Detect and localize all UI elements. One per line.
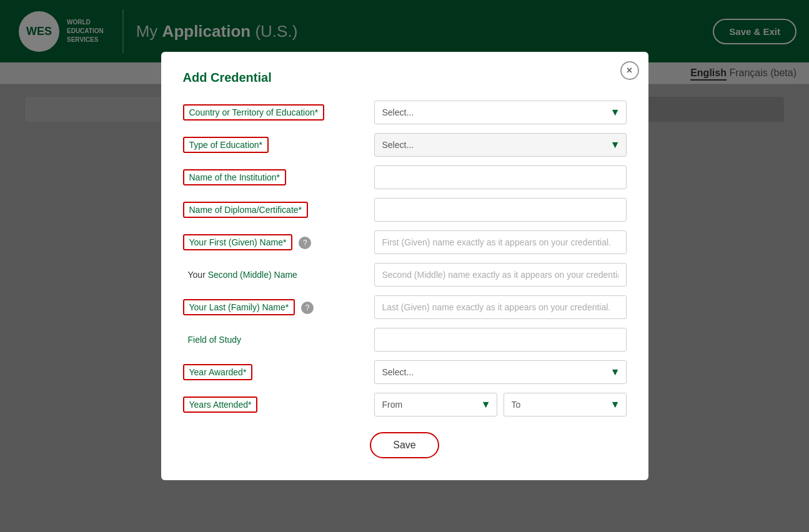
first-name-input[interactable] — [374, 230, 627, 254]
middle-name-row: Your Second (Middle) Name — [183, 263, 627, 287]
field-of-study-control — [374, 328, 627, 352]
modal-footer: Save — [183, 432, 627, 458]
year-awarded-label: Year Awarded* — [183, 364, 364, 380]
middle-name-control — [374, 263, 627, 287]
field-of-study-row: Field of Study — [183, 328, 627, 352]
last-name-label-area: Your Last (Family) Name* ? — [183, 299, 364, 315]
field-of-study-input[interactable] — [374, 328, 627, 352]
year-awarded-control: Select... ▼ — [374, 360, 627, 384]
field-of-study-label: Field of Study — [183, 333, 364, 347]
modal-overlay: × Add Credential Country or Territory of… — [0, 0, 809, 532]
diploma-control — [374, 198, 627, 222]
country-select[interactable]: Select... — [374, 101, 627, 124]
last-name-input[interactable] — [374, 295, 627, 319]
first-name-row: Your First (Given) Name* ? — [183, 230, 627, 254]
first-name-control — [374, 230, 627, 254]
type-select-wrapper: Select... ▼ — [374, 133, 627, 157]
year-awarded-select-wrapper: Select... ▼ — [374, 360, 627, 384]
first-name-label-area: Your First (Given) Name* ? — [183, 234, 364, 250]
type-label: Type of Education* — [183, 137, 364, 153]
last-name-row: Your Last (Family) Name* ? — [183, 295, 627, 319]
type-control: Select... ▼ — [374, 133, 627, 157]
institution-row: Name of the Institution* — [183, 165, 627, 189]
years-attended-selects: From ▼ To ▼ — [374, 393, 627, 416]
type-row: Type of Education* Select... ▼ — [183, 133, 627, 157]
years-from-wrapper: From ▼ — [374, 393, 497, 416]
country-control: Select... ▼ — [374, 101, 627, 124]
year-awarded-row: Year Awarded* Select... ▼ — [183, 360, 627, 384]
modal-title: Add Credential — [183, 71, 627, 85]
close-button[interactable]: × — [620, 61, 639, 80]
diploma-label: Name of Diploma/Certificate* — [183, 202, 364, 218]
last-name-control — [374, 295, 627, 319]
first-name-help-icon[interactable]: ? — [299, 237, 311, 249]
years-to-select[interactable]: To — [504, 393, 627, 416]
years-attended-label: Years Attended* — [183, 397, 364, 413]
save-button[interactable]: Save — [370, 432, 439, 458]
country-select-wrapper: Select... ▼ — [374, 101, 627, 124]
country-label: Country or Territory of Education* — [183, 104, 364, 121]
institution-input[interactable] — [374, 165, 627, 189]
middle-name-input[interactable] — [374, 263, 627, 287]
diploma-input[interactable] — [374, 198, 627, 222]
year-awarded-select[interactable]: Select... — [374, 360, 627, 384]
years-attended-row: Years Attended* From ▼ To ▼ — [183, 393, 627, 416]
type-select[interactable]: Select... — [374, 133, 627, 157]
last-name-help-icon[interactable]: ? — [301, 302, 314, 314]
middle-name-label-area: Your Second (Middle) Name — [183, 268, 364, 282]
country-row: Country or Territory of Education* Selec… — [183, 101, 627, 124]
institution-label: Name of the Institution* — [183, 169, 364, 185]
diploma-row: Name of Diploma/Certificate* — [183, 198, 627, 222]
institution-control — [374, 165, 627, 189]
years-attended-control: From ▼ To ▼ — [374, 393, 627, 416]
add-credential-modal: × Add Credential Country or Territory of… — [161, 52, 648, 480]
years-to-wrapper: To ▼ — [504, 393, 627, 416]
years-from-select[interactable]: From — [374, 393, 497, 416]
